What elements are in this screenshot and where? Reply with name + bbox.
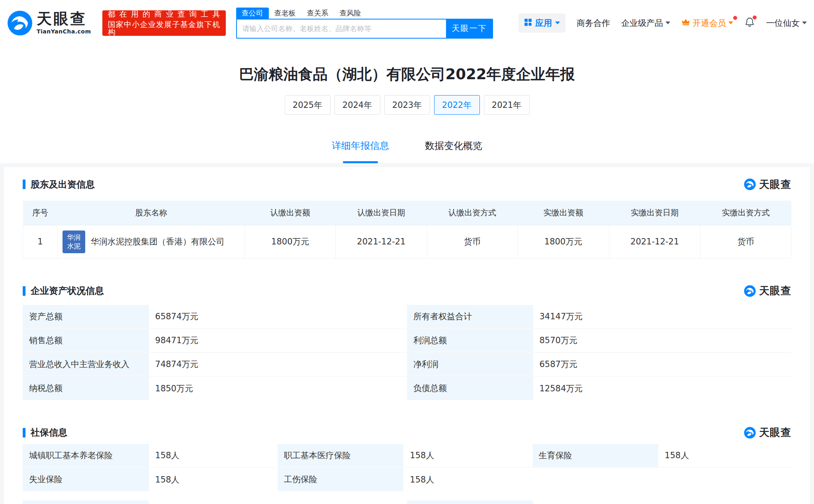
col-subscribed-amount: 认缴出资额	[245, 201, 336, 225]
cell-paid-method: 货币	[701, 225, 791, 258]
report-hero: 巴渝粮油食品（湖北）有限公司2022年度企业年报 2025年 2024年 202…	[0, 46, 814, 163]
col-paid-date: 实缴出资日期	[609, 201, 701, 225]
table-row: 失业保险 158人 工伤保险 158人	[23, 468, 791, 492]
shareholder-name-link[interactable]: 华润水泥控股集团（香港）有限公司	[91, 236, 225, 247]
asset-value: 6587万元	[533, 353, 792, 376]
section-title: 社保信息	[31, 426, 67, 439]
search-tab-risk[interactable]: 查风险	[334, 8, 367, 19]
tianyancha-logo[interactable]: 天眼查 TianYanCha.com	[7, 10, 91, 36]
search-input[interactable]	[236, 19, 446, 39]
badge-line-2: 水泥	[67, 242, 80, 250]
year-button-2025[interactable]: 2025年	[285, 95, 331, 115]
tianyancha-swirl-icon	[744, 285, 756, 297]
section-social-security: 社保信息 天眼查 城镇职工基本养老保险 158人 职	[23, 427, 791, 492]
asset-label: 纳税总额	[23, 377, 149, 400]
tianyancha-swirl-icon	[744, 178, 756, 190]
year-button-2022[interactable]: 2022年	[434, 95, 480, 115]
col-paid-amount: 实缴出资额	[518, 201, 609, 225]
asset-label: 资产总额	[23, 305, 149, 328]
social-value: 158人	[403, 468, 791, 492]
col-subscribed-date: 认缴出资日期	[336, 201, 427, 225]
table-row	[23, 500, 791, 504]
notification-bell[interactable]	[744, 17, 755, 29]
tab-detailed-report[interactable]: 详细年报信息	[332, 139, 389, 163]
badge-line-1: 华润	[67, 233, 80, 242]
nav-cooperation[interactable]: 商务合作	[577, 18, 610, 29]
asset-value: 98471万元	[149, 329, 407, 352]
nav-vip-button[interactable]: 开通会员	[681, 18, 733, 29]
asset-value: 34147万元	[533, 305, 792, 328]
table-row: 城镇职工基本养老保险 158人 职工基本医疗保险 158人 生育保险 158人	[23, 444, 791, 468]
report-title: 巴渝粮油食品（湖北）有限公司2022年度企业年报	[0, 66, 814, 83]
chevron-down-icon	[555, 21, 560, 24]
section-shareholders: 股东及出资信息 天眼查	[23, 178, 791, 259]
brand-domain: TianYanCha.com	[37, 28, 91, 35]
chevron-down-icon	[728, 21, 733, 24]
table-row: 营业总收入中主营业务收入 74874万元 净利润 6587万元	[23, 353, 791, 377]
chevron-down-icon	[802, 21, 807, 24]
year-button-2023[interactable]: 2023年	[384, 95, 430, 115]
label-cell	[23, 500, 149, 504]
tianyancha-swirl-icon	[7, 10, 33, 36]
year-selector: 2025年 2024年 2023年 2022年 2021年	[0, 95, 814, 115]
assets-table: 资产总额 65874万元 所有者权益合计 34147万元 销售总额 98471万…	[23, 305, 791, 400]
nav-apps-button[interactable]: 应用	[519, 14, 565, 33]
cell-subscribed-date: 2021-12-21	[336, 225, 427, 258]
col-no: 序号	[23, 201, 58, 225]
asset-value: 8570万元	[533, 329, 792, 352]
search-tab-company[interactable]: 查公司	[236, 8, 269, 19]
tab-data-overview[interactable]: 数据变化概览	[425, 139, 482, 163]
bell-notification-dot	[753, 16, 757, 20]
nav-vip-label: 开通会员	[693, 18, 726, 29]
year-button-2021[interactable]: 2021年	[484, 95, 530, 115]
tianyancha-swirl-icon	[744, 427, 756, 439]
value-cell	[149, 500, 407, 504]
promo-line-2: 国家中小企业发展子基金旗下机构	[108, 21, 220, 36]
asset-label: 负债总额	[407, 377, 533, 400]
shareholder-logo: 华润 水泥	[63, 231, 85, 253]
search-tabs: 查公司 查老板 查关系 查风险	[236, 8, 493, 19]
table-header-row: 序号 股东名称 认缴出资额 认缴出资日期 认缴出资方式 实缴出资额 实缴出资日期…	[23, 201, 791, 225]
nav-enterprise-label: 企业级产品	[621, 18, 663, 29]
annual-report-card: 股东及出资信息 天眼查	[4, 167, 810, 504]
apps-grid-icon	[524, 18, 532, 28]
brand-name: 天眼查	[37, 11, 91, 27]
nav-user-menu[interactable]: 一位仙女	[766, 18, 807, 29]
social-label: 职工基本医疗保险	[278, 444, 404, 467]
next-table-partial-row	[23, 500, 791, 504]
tianyancha-watermark: 天眼查	[744, 426, 791, 440]
page-body: 股东及出资信息 天眼查	[0, 163, 814, 504]
search-tab-boss[interactable]: 查老板	[269, 8, 301, 19]
cell-subscribed-method: 货币	[427, 225, 518, 258]
asset-label: 销售总额	[23, 329, 149, 352]
search-button[interactable]: 天眼一下	[446, 19, 493, 39]
section-accent-bar	[23, 180, 25, 189]
watermark-text: 天眼查	[759, 178, 791, 191]
nav-enterprise[interactable]: 企业级产品	[621, 18, 670, 29]
social-label: 城镇职工基本养老保险	[23, 444, 149, 467]
cell-no: 1	[23, 225, 58, 258]
label-cell	[407, 500, 533, 504]
asset-label: 营业总收入中主营业务收入	[23, 353, 149, 376]
col-shareholder-name: 股东名称	[57, 201, 245, 225]
promo-banner: 都在用的商业查询工具 国家中小企业发展子基金旗下机构	[102, 10, 226, 36]
table-row: 销售总额 98471万元 利润总额 8570万元	[23, 329, 791, 353]
section-accent-bar	[23, 286, 25, 296]
asset-value: 74874万元	[149, 353, 407, 376]
social-label: 失业保险	[23, 468, 149, 492]
shareholders-table: 序号 股东名称 认缴出资额 认缴出资日期 认缴出资方式 实缴出资额 实缴出资日期…	[23, 201, 791, 259]
search-tab-relation[interactable]: 查关系	[301, 8, 334, 19]
nav-apps-label: 应用	[535, 18, 552, 29]
asset-label: 利润总额	[407, 329, 533, 352]
year-button-2024[interactable]: 2024年	[335, 95, 380, 115]
value-cell	[533, 500, 792, 504]
section-title: 股东及出资信息	[31, 178, 95, 191]
asset-label: 净利润	[407, 353, 533, 376]
site-header: 天眼查 TianYanCha.com 都在用的商业查询工具 国家中小企业发展子基…	[0, 0, 814, 46]
social-label: 工伤保险	[278, 468, 404, 492]
watermark-text: 天眼查	[759, 426, 791, 440]
vip-notification-dot	[733, 16, 737, 20]
cell-shareholder: 华润 水泥 华润水泥控股集团（香港）有限公司	[57, 225, 245, 258]
table-row: 资产总额 65874万元 所有者权益合计 34147万元	[23, 305, 791, 329]
social-value: 158人	[403, 444, 532, 467]
